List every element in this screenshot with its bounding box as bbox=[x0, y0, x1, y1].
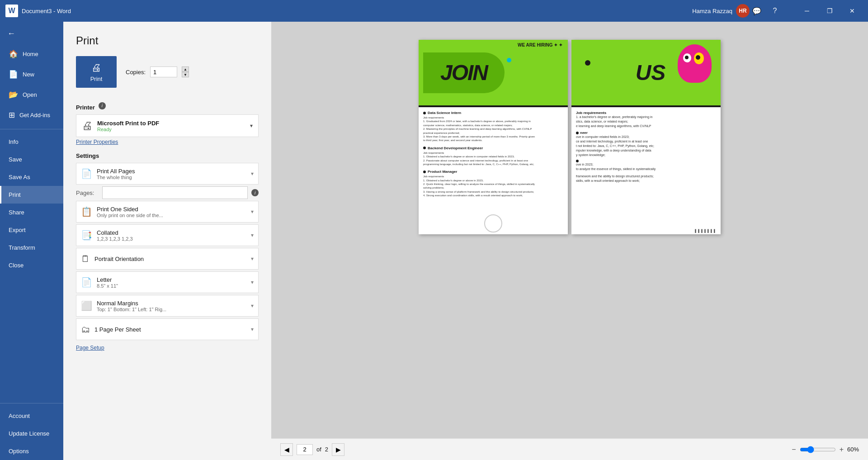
zoom-out-button[interactable]: − bbox=[792, 446, 796, 454]
collated-sub: 1,2,3 1,2,3 1,2,3 bbox=[97, 236, 251, 242]
portrait-arrow: ▾ bbox=[251, 256, 254, 262]
printer-icon: 🖨 bbox=[91, 62, 101, 74]
zoom-controls: − + 60% bbox=[792, 446, 859, 454]
sidebar-item-info-label: Info bbox=[9, 138, 19, 145]
letter-sub: 8.5" x 11" bbox=[97, 283, 251, 289]
copies-up-button[interactable]: ▲ bbox=[182, 66, 189, 72]
sidebar-item-info[interactable]: Info bbox=[0, 133, 63, 151]
hiring-banner-right: US bbox=[571, 40, 721, 105]
print-title: Print bbox=[76, 34, 259, 47]
page-setup-link[interactable]: Page Setup bbox=[76, 345, 259, 351]
next-page-button[interactable]: ▶ bbox=[332, 443, 344, 456]
sidebar-item-new[interactable]: 📄 New bbox=[0, 64, 63, 85]
sidebar-item-save-label: Save bbox=[9, 156, 22, 163]
window-controls: ─ ❐ ✕ bbox=[797, 4, 863, 18]
main-content: Print 🖨 Print Copies: ▲ ▼ Print bbox=[63, 22, 868, 460]
collated-label: Collated bbox=[97, 229, 251, 236]
job-data-science-title: Data Science Intern bbox=[423, 111, 563, 115]
pages-row: Pages: i bbox=[76, 186, 259, 199]
collated-icon: 📑 bbox=[81, 230, 92, 241]
print-one-sided-arrow: ▾ bbox=[251, 209, 254, 215]
letter-arrow: ▾ bbox=[251, 279, 254, 285]
letter-row[interactable]: 📄 Letter 8.5" x 11" ▾ bbox=[76, 271, 259, 293]
printer-selector[interactable]: 🖨 Microsoft Print to PDF Ready ▾ bbox=[76, 114, 259, 137]
sidebar-item-transform[interactable]: Transform bbox=[0, 239, 63, 256]
sidebar-item-options[interactable]: Options bbox=[0, 442, 63, 460]
collated-row[interactable]: 📑 Collated 1,2,3 1,2,3 1,2,3 ▾ bbox=[76, 224, 259, 246]
sidebar-item-update-license[interactable]: Update License bbox=[0, 425, 63, 442]
help-icon[interactable]: ? bbox=[768, 4, 782, 18]
feedback-icon[interactable]: 💬 bbox=[750, 4, 764, 18]
sidebar: ← 🏠 Home 📄 New 📂 Open ⊞ Get Add-ins Info… bbox=[0, 22, 63, 460]
portrait-row[interactable]: 🗒 Portrait Orientation ▾ bbox=[76, 248, 259, 270]
us-text: US bbox=[636, 60, 666, 85]
print-all-pages-label: Print All Pages bbox=[97, 168, 251, 175]
print-one-sided-sub: Only print on one side of the... bbox=[97, 213, 251, 218]
pages-input[interactable] bbox=[102, 186, 248, 199]
sidebar-item-export-label: Export bbox=[9, 227, 26, 233]
of-label: of bbox=[316, 446, 321, 453]
job-product-manager: Product Manager Job requirements 1. Obta… bbox=[423, 170, 563, 197]
prev-page-button[interactable]: ◀ bbox=[280, 443, 293, 456]
minimize-button[interactable]: ─ bbox=[797, 4, 817, 18]
job-backend: Backend Development Engineer Job require… bbox=[423, 146, 563, 166]
right-page-content: Job requirements 1. a bachelor's degree … bbox=[571, 107, 721, 187]
restore-button[interactable]: ❐ bbox=[819, 4, 840, 18]
pages-info-icon[interactable]: i bbox=[251, 189, 259, 196]
letter-label: Letter bbox=[97, 276, 251, 283]
zoom-in-button[interactable]: + bbox=[840, 446, 844, 454]
printer-properties-link[interactable]: Printer Properties bbox=[76, 139, 259, 145]
back-button[interactable]: ← bbox=[0, 24, 63, 44]
print-button[interactable]: 🖨 Print bbox=[76, 56, 117, 88]
copies-spinner: ▲ ▼ bbox=[182, 66, 189, 77]
sidebar-item-get-addins[interactable]: ⊞ Get Add-ins bbox=[0, 105, 63, 125]
preview-page-right: US bbox=[571, 40, 721, 234]
barcode-area: ▌▌▌▌▌▌▌ bbox=[695, 229, 717, 232]
print-one-sided-row[interactable]: 📋 Print One Sided Only print on one side… bbox=[76, 201, 259, 223]
pages-per-sheet-icon: 🗂 bbox=[81, 324, 90, 335]
zoom-slider[interactable] bbox=[800, 446, 836, 453]
sidebar-item-save[interactable]: Save bbox=[0, 151, 63, 168]
alien-character bbox=[678, 44, 716, 90]
letter-text: Letter 8.5" x 11" bbox=[97, 276, 251, 289]
portrait-label: Portrait Orientation bbox=[94, 256, 251, 262]
app-body: ← 🏠 Home 📄 New 📂 Open ⊞ Get Add-ins Info… bbox=[0, 22, 868, 460]
preview-page-left: WE ARE HIRING ✦ ✦ JOIN bbox=[419, 40, 568, 234]
print-actions-row: 🖨 Print Copies: ▲ ▼ bbox=[76, 56, 259, 88]
print-all-pages-arrow: ▾ bbox=[251, 171, 254, 177]
printer-device-icon: 🖨 bbox=[82, 119, 93, 132]
collated-text: Collated 1,2,3 1,2,3 1,2,3 bbox=[97, 229, 251, 242]
print-all-pages-row[interactable]: 📄 Print All Pages The whole thing ▾ bbox=[76, 163, 259, 185]
sidebar-item-save-as[interactable]: Save As bbox=[0, 168, 63, 186]
portrait-text: Portrait Orientation bbox=[94, 256, 251, 262]
sidebar-divider-2 bbox=[0, 403, 63, 403]
copies-input[interactable] bbox=[150, 66, 177, 77]
letter-icon: 📄 bbox=[81, 277, 92, 288]
margins-row[interactable]: ⬜ Normal Margins Top: 1" Bottom: 1" Left… bbox=[76, 295, 259, 317]
margins-label: Normal Margins bbox=[97, 300, 251, 307]
sidebar-item-print[interactable]: Print bbox=[0, 186, 63, 204]
job-backend-title: Backend Development Engineer bbox=[423, 146, 563, 150]
preview-nav: ◀ of 2 ▶ − + 60% bbox=[271, 438, 868, 460]
close-button[interactable]: ✕ bbox=[842, 4, 863, 18]
sidebar-item-home[interactable]: 🏠 Home bbox=[0, 44, 63, 64]
print-one-sided-text: Print One Sided Only print on one side o… bbox=[97, 206, 251, 218]
sidebar-item-account[interactable]: Account bbox=[0, 407, 63, 425]
sidebar-item-close[interactable]: Close bbox=[0, 256, 63, 274]
sidebar-item-account-label: Account bbox=[9, 413, 30, 419]
sidebar-item-share[interactable]: Share bbox=[0, 204, 63, 221]
printer-dropdown-icon[interactable]: ▾ bbox=[250, 123, 253, 129]
portrait-icon: 🗒 bbox=[81, 254, 90, 264]
printer-info-icon[interactable]: i bbox=[99, 102, 106, 109]
copies-down-button[interactable]: ▼ bbox=[182, 72, 189, 77]
printer-name: Microsoft Print to PDF bbox=[97, 120, 245, 127]
sidebar-item-print-label: Print bbox=[9, 191, 21, 198]
current-page-input[interactable] bbox=[297, 444, 313, 455]
sidebar-item-export[interactable]: Export bbox=[0, 221, 63, 239]
job-data-science-req: Job requirements 1. Graduated from 2024 … bbox=[423, 116, 563, 142]
pages-per-sheet-row[interactable]: 🗂 1 Page Per Sheet ▾ bbox=[76, 318, 259, 340]
avatar[interactable]: HR bbox=[736, 4, 750, 18]
sidebar-item-open[interactable]: 📂 Open bbox=[0, 85, 63, 105]
sidebar-item-share-label: Share bbox=[9, 209, 24, 216]
pages-per-sheet-arrow: ▾ bbox=[251, 326, 254, 332]
